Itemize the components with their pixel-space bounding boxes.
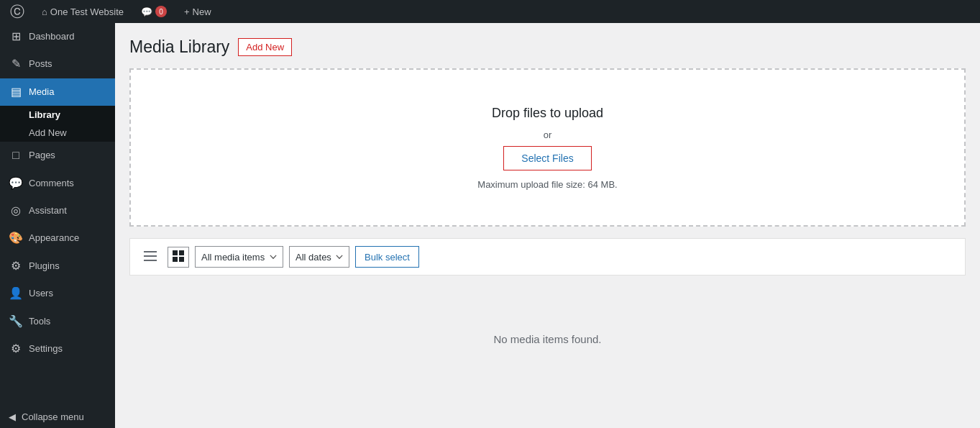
collapse-icon: ◀ — [9, 411, 16, 422]
drop-files-text: Drop files to upload — [492, 106, 603, 121]
wp-logo-link[interactable]: ⓒ — [6, 0, 29, 23]
sidebar: ⊞ Dashboard ✎ Posts ▤ Media Library Add … — [0, 23, 115, 428]
sidebar-item-label: Users — [29, 287, 53, 300]
bulk-select-button[interactable]: Bulk select — [355, 246, 419, 268]
sidebar-item-dashboard[interactable]: ⊞ Dashboard — [0, 23, 115, 50]
sidebar-item-tools[interactable]: 🔧 Tools — [0, 308, 115, 335]
page-header: Media Library Add New — [129, 37, 966, 57]
tools-icon: 🔧 — [9, 314, 23, 329]
pages-icon: □ — [9, 147, 23, 163]
new-content-link[interactable]: + New — [180, 0, 216, 23]
posts-icon: ✎ — [9, 56, 23, 72]
sidebar-item-label: Tools — [29, 315, 50, 328]
sidebar-item-label: Appearance — [29, 232, 79, 245]
new-label: New — [193, 6, 211, 17]
sidebar-item-label: Plugins — [29, 260, 60, 273]
comments-link[interactable]: 💬 0 — [137, 0, 171, 23]
page-title: Media Library — [129, 37, 229, 57]
svg-rect-0 — [144, 251, 157, 252]
svg-rect-4 — [179, 250, 184, 255]
submenu-library[interactable]: Library — [0, 106, 115, 124]
submenu-add-new[interactable]: Add New — [0, 124, 115, 142]
sidebar-item-pages[interactable]: □ Pages — [0, 142, 115, 169]
filter-dates-select[interactable]: All dates — [289, 246, 349, 268]
sidebar-item-label: Dashboard — [29, 30, 75, 43]
collapse-label: Collapse menu — [22, 411, 84, 422]
plus-icon: + — [184, 6, 190, 17]
sidebar-item-appearance[interactable]: 🎨 Appearance — [0, 224, 115, 252]
media-submenu: Library Add New — [0, 106, 115, 142]
sidebar-item-settings[interactable]: ⚙ Settings — [0, 335, 115, 363]
sidebar-item-users[interactable]: 👤 Users — [0, 280, 115, 307]
assistant-icon: ◎ — [9, 203, 23, 219]
site-name: One Test Website — [50, 6, 124, 17]
grid-view-button[interactable] — [168, 247, 189, 268]
users-icon: 👤 — [9, 286, 23, 301]
comments-nav-icon: 💬 — [9, 176, 23, 191]
svg-rect-3 — [173, 250, 178, 255]
empty-state: No media items found. — [129, 276, 966, 403]
sidebar-item-comments[interactable]: 💬 Comments — [0, 170, 115, 197]
sidebar-item-assistant[interactable]: ◎ Assistant — [0, 197, 115, 224]
sidebar-item-media[interactable]: ▤ Media — [0, 78, 115, 106]
filter-media-select[interactable]: All media items Images Audio Video Docum… — [195, 246, 283, 268]
collapse-menu-button[interactable]: ◀ Collapse menu — [0, 406, 115, 428]
comments-icon: 💬 — [141, 6, 152, 17]
main-content: Media Library Add New Drop files to uplo… — [115, 23, 980, 428]
add-new-label: Add New — [29, 127, 67, 138]
site-name-link[interactable]: ⌂ One Test Website — [37, 0, 128, 23]
grid-view-icon — [173, 250, 184, 264]
max-upload-size-text: Maximum upload file size: 64 MB. — [477, 179, 617, 190]
home-icon: ⌂ — [42, 6, 47, 17]
media-toolbar: All media items Images Audio Video Docum… — [129, 238, 966, 276]
sidebar-item-label: Comments — [29, 177, 74, 190]
svg-rect-6 — [179, 257, 184, 262]
list-view-button[interactable] — [139, 247, 162, 267]
upload-or-text: or — [544, 129, 552, 140]
list-view-icon — [144, 251, 157, 263]
library-label: Library — [29, 109, 60, 120]
wp-logo-icon: ⓒ — [10, 2, 24, 22]
top-bar: ⓒ ⌂ One Test Website 💬 0 + New — [0, 0, 980, 23]
sidebar-item-label: Assistant — [29, 204, 67, 217]
sidebar-item-label: Pages — [29, 149, 55, 162]
sidebar-item-label: Settings — [29, 342, 63, 355]
main-layout: ⊞ Dashboard ✎ Posts ▤ Media Library Add … — [0, 23, 980, 428]
sidebar-item-plugins[interactable]: ⚙ Plugins — [0, 252, 115, 280]
sidebar-item-label: Media — [29, 86, 54, 99]
upload-area[interactable]: Drop files to upload or Select Files Max… — [129, 68, 966, 227]
svg-rect-5 — [173, 257, 178, 262]
appearance-icon: 🎨 — [9, 230, 23, 246]
sidebar-item-posts[interactable]: ✎ Posts — [0, 50, 115, 78]
dashboard-icon: ⊞ — [9, 29, 23, 45]
empty-state-text: No media items found. — [493, 333, 601, 345]
plugins-icon: ⚙ — [9, 258, 23, 274]
sidebar-item-label: Posts — [29, 58, 52, 70]
svg-rect-1 — [144, 255, 157, 257]
settings-icon: ⚙ — [9, 341, 23, 357]
svg-rect-2 — [144, 260, 157, 261]
comments-count-badge: 0 — [155, 6, 167, 17]
select-files-button[interactable]: Select Files — [503, 146, 591, 170]
add-new-button[interactable]: Add New — [238, 38, 292, 56]
media-icon: ▤ — [9, 84, 23, 100]
